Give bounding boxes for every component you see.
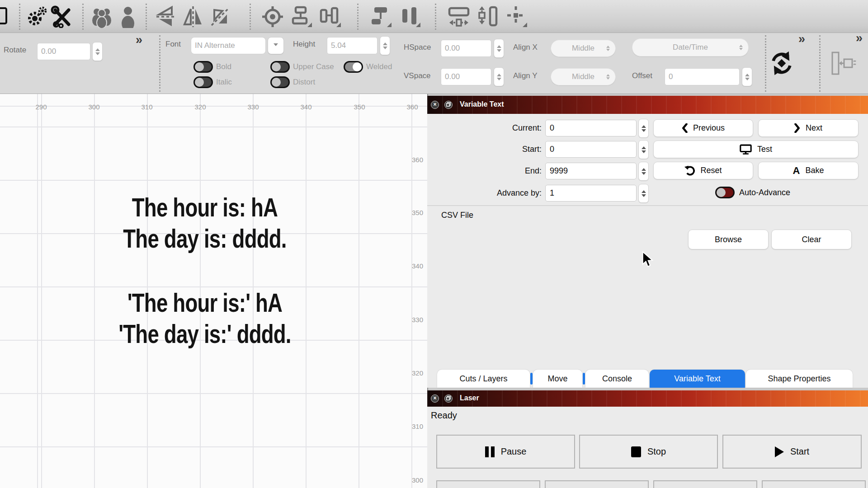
laser-extra-button[interactable] <box>436 480 540 488</box>
tab-console[interactable]: Console <box>585 370 649 388</box>
advance-by-stepper[interactable] <box>638 184 649 203</box>
text-options-toolbar: » Rotate 0.00 Font IN Alternate Height 5… <box>0 33 868 94</box>
resize-height-icon[interactable] <box>476 5 499 28</box>
user-group-icon[interactable] <box>90 5 113 28</box>
flip-horizontal-icon[interactable] <box>182 5 204 28</box>
close-icon[interactable]: × <box>431 394 439 403</box>
rotate-stepper[interactable] <box>92 42 103 61</box>
panel-title: Laser <box>460 394 479 402</box>
align-y-dropdown[interactable]: Middle <box>551 68 616 85</box>
align-x-dropdown[interactable]: Middle <box>551 40 616 57</box>
hspace-input[interactable]: 0.00 <box>441 40 491 57</box>
offset-input[interactable]: 0 <box>665 68 740 85</box>
canvas-text-object[interactable]: 'The day is:' dddd. <box>118 319 291 349</box>
canvas-text-object[interactable]: The hour is: hA <box>132 192 278 222</box>
toolbar-separator <box>19 4 20 30</box>
advance-by-input[interactable]: 1 <box>545 185 637 202</box>
tools-icon[interactable] <box>51 5 73 28</box>
pause-button[interactable]: Pause <box>436 435 575 469</box>
workspace-canvas[interactable]: 290 300 310 320 330 340 350 360 360 350 … <box>0 94 427 488</box>
tab-label: Cuts / Layers <box>459 374 507 384</box>
start-button-label: Start <box>790 446 809 457</box>
next-button[interactable]: Next <box>758 119 859 137</box>
italic-toggle[interactable] <box>193 76 213 88</box>
stop-button[interactable]: Stop <box>579 435 718 469</box>
flip-vertical-icon[interactable] <box>155 5 177 28</box>
resize-width-icon[interactable] <box>448 5 470 28</box>
dock-panel-icon[interactable] <box>830 51 856 75</box>
current-stepper[interactable] <box>638 119 649 138</box>
previous-button[interactable]: Previous <box>653 119 753 137</box>
clear-button-label: Clear <box>802 235 821 244</box>
current-input[interactable]: 0 <box>545 120 637 136</box>
align-horizontal-icon[interactable] <box>319 5 342 28</box>
tab-label: Move <box>547 374 567 384</box>
settings-gears-icon[interactable] <box>25 5 48 28</box>
float-panel-icon[interactable] <box>444 394 453 403</box>
toolbar-separator <box>819 35 821 92</box>
font-dropdown-button[interactable] <box>268 37 284 54</box>
current-label: Current: <box>431 123 542 133</box>
sync-icon[interactable] <box>769 50 795 76</box>
tab-cuts-layers[interactable]: Cuts / Layers <box>437 370 530 388</box>
laser-extra-button[interactable] <box>762 480 866 488</box>
window-icon[interactable] <box>0 7 7 24</box>
height-stepper[interactable] <box>380 36 390 55</box>
end-input[interactable]: 9999 <box>545 163 637 179</box>
bold-toggle[interactable] <box>193 61 213 73</box>
end-stepper[interactable] <box>638 162 649 181</box>
user-icon[interactable] <box>117 5 139 28</box>
mouse-cursor <box>641 251 655 267</box>
end-label: End: <box>431 166 542 176</box>
start-input[interactable]: 0 <box>545 141 637 158</box>
focus-target-icon[interactable] <box>261 5 284 28</box>
reset-arrow-icon <box>684 165 695 176</box>
welded-toggle[interactable] <box>344 61 363 73</box>
rotate-input[interactable]: 0.00 <box>37 43 90 60</box>
toolbar-overflow-chevron[interactable]: » <box>798 32 804 46</box>
toolbar-overflow-chevron[interactable]: » <box>136 33 142 47</box>
tab-move[interactable]: Move <box>533 370 582 388</box>
ruler-y-label: 360 <box>396 156 423 164</box>
browse-button[interactable]: Browse <box>688 230 769 249</box>
distort-toggle[interactable] <box>270 76 290 88</box>
close-icon[interactable]: × <box>431 101 439 109</box>
date-time-value: Date/Time <box>673 43 708 52</box>
align-vertical-icon[interactable] <box>290 5 313 28</box>
app-window: » Rotate 0.00 Font IN Alternate Height 5… <box>0 0 868 488</box>
rotate-label: Rotate <box>4 46 26 55</box>
bake-button[interactable]: A Bake <box>758 162 859 179</box>
laser-extra-button[interactable] <box>653 480 757 488</box>
hspace-stepper[interactable] <box>494 39 504 58</box>
vspace-label: VSpace <box>404 71 431 80</box>
vspace-input[interactable]: 0.00 <box>441 68 491 85</box>
canvas-text-object[interactable]: 'The hour is:' hA <box>127 288 282 318</box>
vspace-stepper[interactable] <box>494 67 504 86</box>
toolbar-separator <box>159 35 160 92</box>
tab-shape-properties[interactable]: Shape Properties <box>746 370 853 388</box>
mirror-diagonal-icon[interactable] <box>209 5 231 28</box>
float-panel-icon[interactable] <box>444 101 453 109</box>
start-stepper[interactable] <box>638 140 649 159</box>
reset-button[interactable]: Reset <box>653 162 753 179</box>
toolbar-separator <box>357 4 359 30</box>
distribute-horizontal-icon[interactable] <box>370 5 392 28</box>
clear-button[interactable]: Clear <box>771 230 852 249</box>
height-input[interactable]: 5.04 <box>327 37 377 54</box>
upper-case-toggle[interactable] <box>270 61 290 73</box>
distribute-vertical-icon[interactable] <box>399 5 421 28</box>
ruler-x-label: 320 <box>187 103 214 111</box>
laser-extra-button[interactable] <box>545 480 649 488</box>
reset-button-label: Reset <box>700 166 722 175</box>
auto-advance-toggle[interactable] <box>715 187 735 198</box>
laser-status: Ready <box>431 410 457 421</box>
offset-stepper[interactable] <box>742 67 752 86</box>
toolbar-overflow-chevron[interactable]: » <box>856 31 862 45</box>
tab-variable-text[interactable]: Variable Text <box>650 370 745 388</box>
start-button[interactable]: Start <box>722 435 862 469</box>
canvas-text-object[interactable]: The day is: dddd. <box>123 224 286 253</box>
font-combobox[interactable]: IN Alternate <box>191 37 266 54</box>
test-button[interactable]: Test <box>653 141 859 158</box>
position-cross-icon[interactable] <box>505 5 528 28</box>
date-time-dropdown[interactable]: Date/Time <box>632 38 749 56</box>
